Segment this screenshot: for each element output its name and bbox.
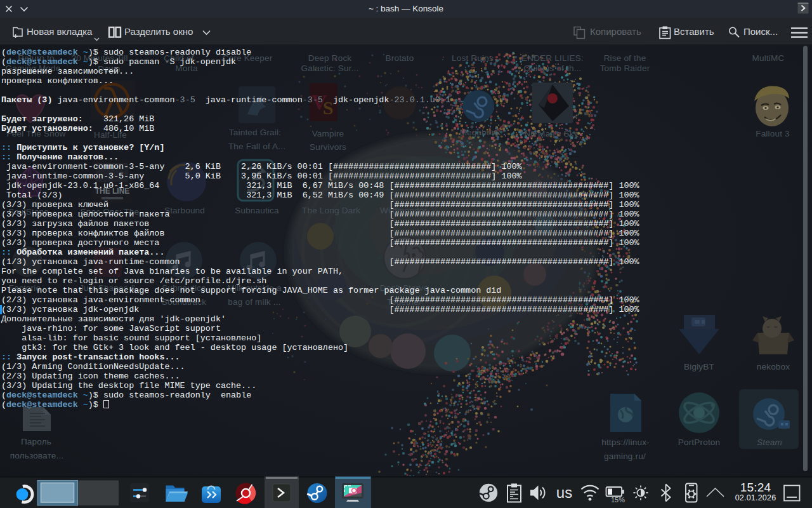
svg-text:15%: 15% — [611, 496, 625, 504]
svg-text:us: us — [556, 484, 572, 501]
